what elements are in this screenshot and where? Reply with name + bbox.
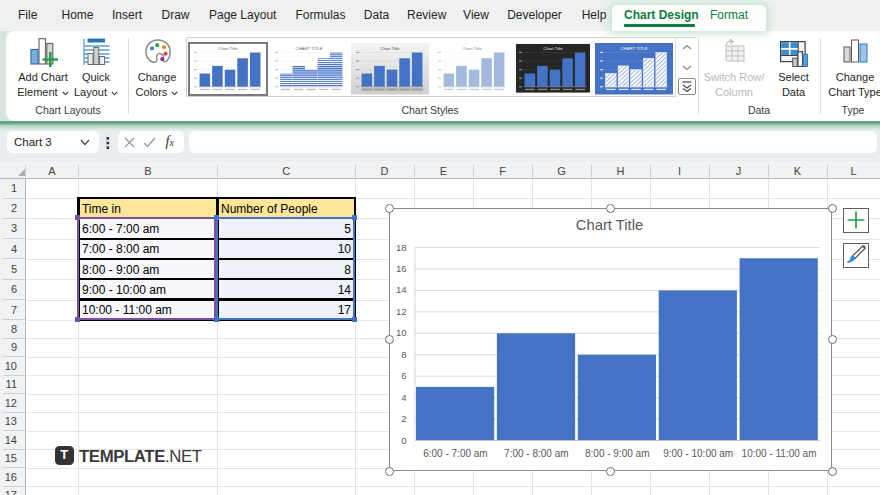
svg-text:CHART TITLE: CHART TITLE xyxy=(621,46,648,51)
svg-text:2: 2 xyxy=(401,413,406,424)
svg-text:Chart Title: Chart Title xyxy=(381,46,401,51)
svg-text:9:00 - 10:00 am: 9:00 - 10:00 am xyxy=(663,448,733,459)
svg-text:10: 10 xyxy=(396,327,407,338)
svg-text:7:00 - 8:00 am: 7:00 - 8:00 am xyxy=(504,448,568,459)
svg-text:6: 6 xyxy=(401,370,406,381)
svg-text:14: 14 xyxy=(396,284,407,295)
svg-text:CHART TITLE: CHART TITLE xyxy=(296,46,323,51)
svg-text:18: 18 xyxy=(396,242,407,253)
svg-text:Chart Title: Chart Title xyxy=(576,217,643,233)
svg-text:16: 16 xyxy=(396,263,407,274)
svg-text:4: 4 xyxy=(401,392,406,403)
svg-text:Chart Title: Chart Title xyxy=(218,46,238,51)
svg-text:Chart Title: Chart Title xyxy=(543,46,563,51)
svg-text:Chart Title: Chart Title xyxy=(462,46,482,51)
svg-text:6:00 - 7:00 am: 6:00 - 7:00 am xyxy=(423,448,487,459)
svg-text:8: 8 xyxy=(401,349,406,360)
svg-text:0: 0 xyxy=(401,435,406,446)
svg-text:8:00 - 9:00 am: 8:00 - 9:00 am xyxy=(585,448,649,459)
svg-text:10:00 - 11:00 am: 10:00 - 11:00 am xyxy=(742,448,817,459)
svg-text:12: 12 xyxy=(396,306,407,317)
